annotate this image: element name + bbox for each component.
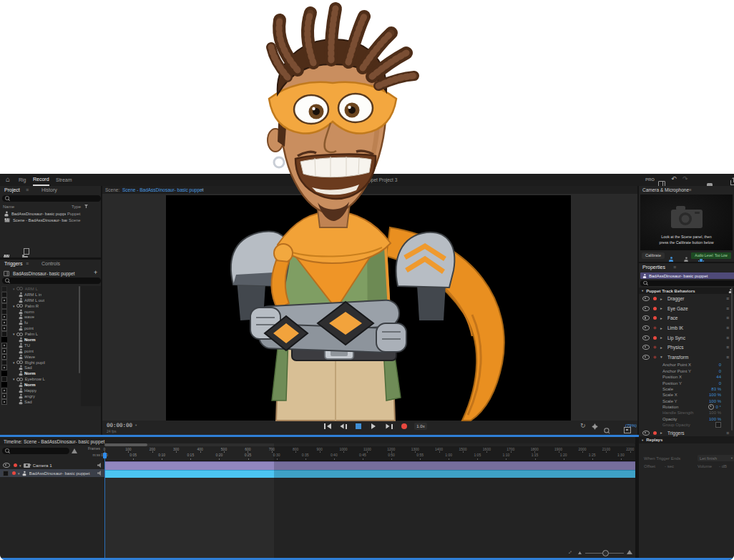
parameter-row[interactable]: Anchor Point Y0 xyxy=(639,368,733,374)
when-trigger-ends-select[interactable]: Let finish ▾ xyxy=(698,455,734,461)
frame-back-button[interactable] xyxy=(340,423,347,429)
trigger-key-box[interactable] xyxy=(1,376,7,382)
parameter-value[interactable]: 0 ° xyxy=(716,405,721,409)
parameter-value[interactable]: 44 xyxy=(716,375,721,379)
record-arm-dot[interactable] xyxy=(654,346,657,349)
record-arm-dot[interactable] xyxy=(14,463,17,467)
trigger-tree-scrollbar[interactable] xyxy=(79,286,80,373)
parameter-row[interactable]: Handle Strength100 % xyxy=(639,410,733,416)
trigger-row[interactable]: point xyxy=(0,325,81,331)
parameter-value[interactable]: 83 % xyxy=(711,387,721,391)
eye-icon[interactable] xyxy=(3,463,10,468)
trigger-group-row[interactable]: ▾Palm L xyxy=(0,331,81,337)
expand-icon[interactable]: ▸ xyxy=(660,316,665,320)
trigger-key-box[interactable] xyxy=(1,309,7,315)
behavior-menu-icon[interactable]: ≡ xyxy=(726,306,729,311)
navigator-thumb[interactable] xyxy=(104,443,147,446)
parameter-value[interactable]: 0 xyxy=(719,363,721,367)
trigger-key-box[interactable] xyxy=(1,298,7,303)
fit-view-icon[interactable] xyxy=(624,427,631,433)
trigger-key-box[interactable] xyxy=(1,292,7,298)
mute-icon[interactable] xyxy=(97,471,102,476)
trigger-row[interactable]: norm xyxy=(0,309,81,315)
scene-tab-menu-icon[interactable]: ≡ xyxy=(201,187,204,192)
offset-value[interactable]: - sec xyxy=(665,464,674,468)
timeline-panel-menu-icon[interactable]: ≡ xyxy=(92,439,94,444)
eye-icon[interactable] xyxy=(642,315,650,320)
behavior-row[interactable]: ▸Limb IK≡ xyxy=(639,323,733,333)
timecode-dropdown-icon[interactable]: ▾ xyxy=(135,423,137,427)
home-icon[interactable]: ⌂ xyxy=(6,176,10,183)
trigger-row[interactable]: Sad xyxy=(0,365,81,370)
skip-to-start-button[interactable] xyxy=(324,423,331,429)
eye-icon[interactable] xyxy=(642,306,650,311)
export-icon[interactable] xyxy=(730,180,734,185)
trigger-key-box[interactable] xyxy=(1,314,7,320)
trigger-key-box[interactable] xyxy=(1,388,7,393)
eye-icon[interactable] xyxy=(642,325,650,330)
behavior-menu-icon[interactable]: ≡ xyxy=(726,335,729,340)
parameter-row[interactable]: Scale Y100 % xyxy=(639,398,733,404)
collapse-icon[interactable]: ▾ xyxy=(13,360,15,365)
redo-icon[interactable]: ↷ xyxy=(682,175,688,182)
tab-stream[interactable]: Stream xyxy=(56,174,72,186)
expand-icon[interactable]: ▸ xyxy=(660,297,665,301)
tab-rig[interactable]: Rig xyxy=(19,174,26,186)
trigger-row[interactable]: ARM L out xyxy=(0,298,81,303)
eye-icon[interactable] xyxy=(642,355,650,360)
trigger-row[interactable]: Happy xyxy=(0,388,81,393)
behavior-menu-icon[interactable]: ≡ xyxy=(726,431,729,436)
collapse-icon[interactable]: ▾ xyxy=(13,377,15,381)
trigger-key-box[interactable] xyxy=(1,343,7,348)
frame-forward-button[interactable] xyxy=(386,423,393,429)
trigger-group-row[interactable]: ▾Palm R xyxy=(0,303,81,309)
parameter-row[interactable]: Opacity100 % xyxy=(639,416,733,422)
behavior-row[interactable]: ▸Lip Sync≡ xyxy=(639,333,733,343)
expand-icon[interactable]: ▸ xyxy=(660,326,665,330)
record-arm-dot[interactable] xyxy=(653,431,657,435)
parameter-value[interactable]: 100 % xyxy=(709,417,721,421)
stop-button[interactable] xyxy=(356,423,361,429)
triggers-search-input[interactable] xyxy=(2,277,101,284)
trigger-row[interactable]: Norm xyxy=(0,370,81,376)
record-arm-dot[interactable] xyxy=(654,327,657,330)
replays-section-header[interactable]: ▾ Replays xyxy=(639,436,734,443)
trigger-row[interactable]: Wave xyxy=(0,354,81,360)
triggers-panel-menu-icon[interactable]: ≡ xyxy=(26,261,29,266)
trigger-group-row[interactable]: ▾ARM L xyxy=(0,286,81,292)
expand-icon[interactable]: ▸ xyxy=(660,431,665,435)
mute-icon[interactable] xyxy=(97,463,102,468)
timeline-navigator[interactable] xyxy=(104,443,635,446)
parameter-row[interactable]: Rotation0 ° xyxy=(639,404,733,410)
trigger-row[interactable]: point xyxy=(0,348,81,354)
column-header-type[interactable]: Type xyxy=(72,205,81,209)
trigger-row[interactable]: Norm xyxy=(0,382,81,388)
trigger-key-box[interactable] xyxy=(1,331,7,337)
scene-tab-name[interactable]: Scene - BadAssDinosaur- basic puppet xyxy=(122,187,203,192)
undo-icon[interactable]: ↶ xyxy=(671,175,677,182)
tab-project[interactable]: Project xyxy=(4,187,20,192)
properties-search-input[interactable] xyxy=(640,280,734,286)
column-header-name[interactable]: Name xyxy=(3,205,14,209)
behavior-row[interactable]: ▸Physics≡ xyxy=(639,343,733,353)
behavior-row[interactable]: ▸Dragger≡ xyxy=(639,294,733,304)
trigger-key-box[interactable] xyxy=(1,354,7,360)
behavior-menu-icon[interactable]: ≡ xyxy=(726,296,729,301)
selected-puppet-header[interactable]: BadAssDinosaur- basic puppet xyxy=(640,272,734,279)
trigger-key-box[interactable] xyxy=(1,360,7,365)
parameter-row[interactable]: Position Y0 xyxy=(639,380,733,385)
zoom-slider-handle[interactable] xyxy=(602,550,609,556)
tab-controls[interactable]: Controls xyxy=(41,261,60,266)
record-arm-dot[interactable] xyxy=(653,297,657,300)
snap-settings-icon[interactable] xyxy=(593,425,597,428)
collapse-icon[interactable]: ▾ xyxy=(13,304,15,308)
tab-record[interactable]: Record xyxy=(33,174,49,186)
parameter-row[interactable]: Position X44 xyxy=(639,374,733,380)
parameter-row[interactable]: Scale83 % xyxy=(639,386,733,392)
collapse-icon[interactable]: ▾ xyxy=(19,463,21,468)
record-arm-dot[interactable] xyxy=(653,316,657,320)
eye-icon[interactable] xyxy=(642,431,650,436)
table-row[interactable]: Scene - BadAssDinosaur- basic puppetScen… xyxy=(0,217,101,225)
behaviors-section-header[interactable]: ▾ Puppet Track Behaviors xyxy=(639,288,734,294)
eye-icon[interactable] xyxy=(642,335,650,340)
